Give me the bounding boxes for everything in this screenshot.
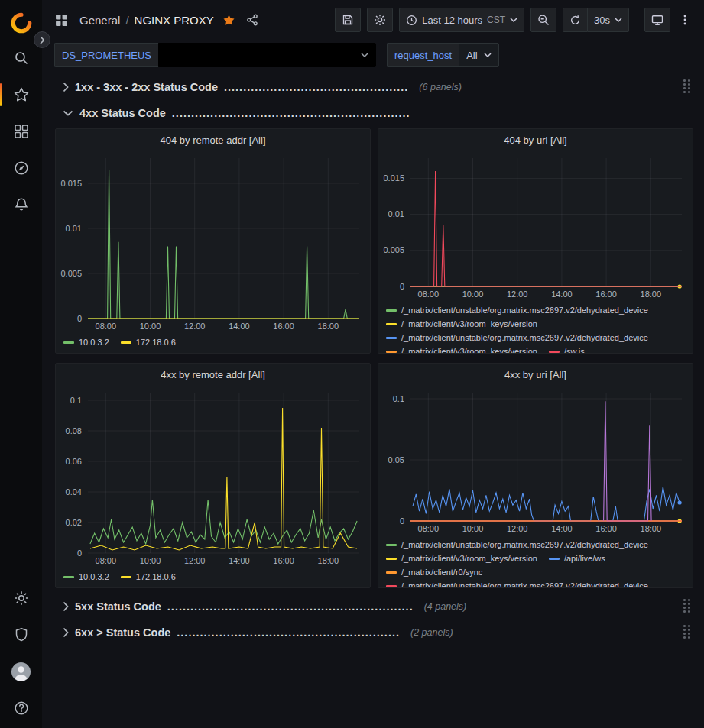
sidebar-item-explore[interactable] [0, 151, 42, 185]
favorite-star-button[interactable] [220, 11, 238, 29]
legend-item[interactable]: /_matrix/client/r0/sync [386, 565, 482, 579]
svg-text:10:00: 10:00 [140, 556, 161, 565]
variable-datasource: DS_PROMETHEUS [54, 43, 376, 67]
legend-item[interactable]: /_matrix/client/v3/room_keys/version [386, 552, 537, 565]
sidebar-item-configuration[interactable] [0, 581, 42, 615]
app-root: General / NGINX PROXY [0, 0, 704, 728]
refresh-button[interactable] [563, 8, 588, 32]
share-button[interactable] [244, 11, 261, 28]
legend-label: /api/live/ws [564, 554, 605, 563]
sidebar-item-server-admin[interactable] [0, 618, 42, 652]
timeseries-chart[interactable]: 08:0010:0012:0014:0016:0018:0000.020.040… [56, 385, 370, 567]
sidebar-menu [0, 41, 42, 225]
row-drag-handle[interactable] [683, 625, 690, 640]
legend-item[interactable]: /_matrix/client/unstable/org.matrix.msc2… [386, 303, 648, 317]
variables-bar: DS_PROMETHEUS request_host All [42, 40, 704, 70]
zoom-out-button[interactable] [530, 8, 556, 32]
legend-label: /_matrix/client/unstable/org.matrix.msc2… [401, 306, 648, 315]
legend-swatch [63, 341, 74, 344]
row-dots: ........................................… [167, 600, 414, 613]
dashboard-row-1xx-3xx-2xx[interactable]: 1xx - 3xx - 2xx Status Code ............… [55, 76, 693, 98]
panel-title[interactable]: 4xx by uri [All] [378, 364, 693, 385]
timeseries-chart[interactable]: 08:0010:0012:0014:0016:0018:0000.0050.01… [378, 150, 693, 300]
legend-swatch [549, 351, 560, 353]
save-dashboard-button[interactable] [335, 8, 361, 32]
kebab-icon [679, 14, 691, 26]
timeseries-chart[interactable]: 08:0010:0012:0014:0016:0018:0000.050.1 [378, 385, 693, 535]
row-title: 6xx > Status Code [75, 626, 170, 639]
sidebar-item-help[interactable] [0, 691, 42, 725]
dashboard-row-4xx[interactable]: 4xx Status Code ........................… [55, 102, 693, 124]
breadcrumb-folder[interactable]: General [79, 14, 120, 27]
legend-item[interactable]: /_matrix/client/unstable/org.matrix.msc2… [386, 331, 648, 345]
panel-title[interactable]: 404 by uri [All] [378, 129, 693, 150]
time-range-picker[interactable]: Last 12 hours CST [399, 8, 524, 32]
search-icon [14, 50, 29, 66]
star-icon [222, 14, 235, 27]
legend-item[interactable]: 172.18.0.6 [121, 335, 176, 349]
svg-text:0.005: 0.005 [383, 245, 404, 254]
legend-label: /_matrix/client/v3/room_keys/version [401, 554, 537, 563]
row-drag-handle[interactable] [683, 79, 690, 95]
panel-legend: 10.0.3.2172.18.0.6 [56, 567, 370, 584]
chevron-right-icon [63, 82, 69, 92]
svg-text:0.08: 0.08 [66, 426, 82, 435]
cycle-view-mode-button[interactable] [644, 8, 670, 32]
dashboard-row-5xx[interactable]: 5xx Status Code ........................… [55, 596, 693, 617]
sidebar-item-dashboards[interactable] [0, 115, 42, 148]
svg-text:0.1: 0.1 [70, 396, 82, 405]
row-title: 1xx - 3xx - 2xx Status Code [75, 81, 218, 93]
dashboard-header: General / NGINX PROXY [42, 0, 704, 40]
dashboard-row-6xx[interactable]: 6xx > Status Code ......................… [55, 622, 693, 643]
legend-swatch [386, 323, 397, 325]
svg-text:0.02: 0.02 [66, 518, 82, 527]
kebab-menu-button[interactable] [676, 11, 693, 28]
sidebar-item-profile[interactable] [0, 655, 42, 688]
svg-text:18:00: 18:00 [641, 524, 662, 533]
legend-label: 10.0.3.2 [79, 338, 109, 347]
sidebar-item-starred[interactable] [0, 78, 42, 112]
svg-text:14:00: 14:00 [551, 290, 573, 299]
panel-4xx-by-uri: 4xx by uri [All] 08:0010:0012:0014:0016:… [378, 363, 693, 588]
chevron-down-icon [63, 110, 73, 116]
dashboard-settings-button[interactable] [367, 8, 393, 32]
legend-item[interactable]: /_matrix/client/unstable/org.matrix.msc2… [386, 579, 648, 588]
save-icon [342, 14, 354, 26]
legend-item[interactable]: /api/live/ws [549, 552, 605, 565]
legend-item[interactable]: /_matrix/client/v3/room_keys/version [386, 317, 537, 331]
legend-swatch [386, 309, 397, 312]
legend-swatch [386, 558, 397, 560]
request-host-select[interactable]: All [459, 43, 498, 67]
legend-label: /sw.js [564, 347, 585, 354]
row-drag-handle[interactable] [683, 599, 690, 614]
legend-swatch [386, 585, 397, 587]
sidebar-item-search[interactable] [0, 41, 42, 75]
refresh-interval-picker[interactable]: 30s [588, 8, 629, 32]
svg-text:14:00: 14:00 [229, 556, 250, 565]
svg-text:0.06: 0.06 [66, 457, 82, 466]
compass-icon [14, 160, 29, 176]
panel-4xx-by-remote-addr: 4xx by remote addr [All] 08:0010:0012:00… [55, 363, 371, 588]
panel-title[interactable]: 404 by remote addr [All] [56, 129, 370, 150]
legend-item[interactable]: 10.0.3.2 [63, 570, 109, 584]
legend-item[interactable]: 10.0.3.2 [63, 335, 109, 349]
timeseries-chart[interactable]: 08:0010:0012:0014:0016:0018:0000.0050.01… [56, 150, 370, 332]
row-panel-count: (4 panels) [424, 601, 467, 612]
row-panel-count: (2 panels) [410, 627, 453, 638]
svg-text:12:00: 12:00 [184, 322, 206, 331]
legend-item[interactable]: /sw.js [549, 345, 585, 354]
sidebar-item-alerting[interactable] [0, 188, 42, 222]
legend-item[interactable]: /_matrix/client/unstable/org.matrix.msc2… [386, 538, 648, 552]
legend-label: /_matrix/client/unstable/org.matrix.msc2… [401, 581, 648, 588]
legend-item[interactable]: /_matrix/client/v3/room_keys/version [386, 345, 537, 354]
request-host-variable-label[interactable]: request_host [387, 43, 459, 67]
chevron-down-icon [510, 18, 517, 22]
timezone-label: CST [487, 15, 505, 25]
panel-legend: /_matrix/client/unstable/org.matrix.msc2… [378, 535, 693, 588]
legend-item[interactable]: 172.18.0.6 [121, 570, 176, 584]
datasource-select[interactable] [158, 43, 376, 67]
grafana-logo[interactable] [10, 5, 33, 41]
sidebar [0, 0, 42, 728]
datasource-variable-label[interactable]: DS_PROMETHEUS [54, 43, 158, 67]
panel-title[interactable]: 4xx by remote addr [All] [56, 364, 370, 385]
